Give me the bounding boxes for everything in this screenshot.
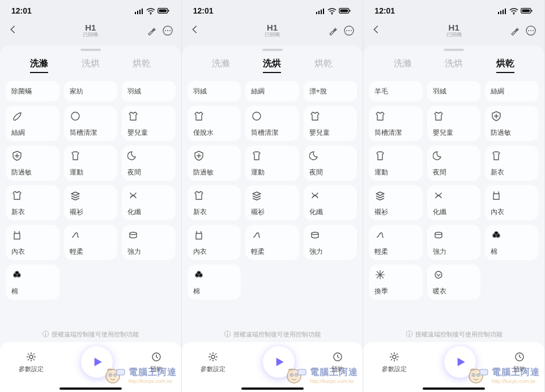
tab-dry[interactable]: 烘乾	[314, 58, 333, 73]
mode-label: 棉	[11, 287, 54, 296]
tank-icon	[491, 190, 502, 201]
mode-option[interactable]: 羽絨	[427, 81, 481, 101]
mode-option[interactable]: 夜間	[304, 146, 357, 181]
mode-label: 棉	[193, 287, 236, 296]
mode-option[interactable]: 絲綢	[6, 106, 59, 141]
tab-wash[interactable]: 洗滌	[30, 58, 48, 73]
mode-option[interactable]: 內衣	[188, 225, 241, 260]
mode-option[interactable]: 筒槽清潔	[369, 106, 423, 141]
play-button[interactable]	[444, 346, 476, 378]
mode-option[interactable]: 嬰兒童	[304, 106, 357, 141]
phone-screen-3: 12:01 H1 已關機 洗滌洗烘烘乾	[363, 0, 545, 392]
tab-dry[interactable]: 烘乾	[133, 58, 151, 73]
mode-option[interactable]: 運動	[369, 146, 423, 181]
mode-option[interactable]: 強力	[427, 225, 481, 260]
mode-option[interactable]: 輕柔	[369, 225, 423, 260]
shield-icon	[491, 110, 502, 122]
mode-option[interactable]: 棉	[188, 265, 241, 300]
mode-option[interactable]: 僅脫水	[188, 106, 241, 141]
mode-option[interactable]: 羊毛	[369, 81, 423, 101]
tee-icon	[491, 150, 502, 161]
mode-grid: 羽絨絲綢漂+脫 僅脫水 筒槽清潔 嬰兒童 防過敏 運動	[182, 79, 363, 300]
status-bar: 12:01	[182, 0, 363, 18]
tab-wash[interactable]: 洗滌	[394, 58, 412, 73]
mode-option[interactable]: 防過敏	[188, 146, 241, 181]
mode-option[interactable]: 筒槽清潔	[245, 106, 299, 141]
mode-option[interactable]: 運動	[64, 146, 118, 181]
mode-option[interactable]: 強力	[122, 225, 176, 260]
params-button[interactable]: 參數設定	[201, 351, 225, 373]
mode-option[interactable]: 夜間	[122, 146, 176, 181]
mode-option[interactable]: 暖衣	[427, 265, 481, 300]
mode-option[interactable]: 換季	[369, 265, 423, 300]
layers-icon	[251, 190, 262, 201]
play-button[interactable]	[81, 346, 113, 378]
params-button[interactable]: 參數設定	[382, 351, 407, 373]
mode-option[interactable]: 輕柔	[245, 225, 299, 260]
more-button[interactable]	[162, 25, 173, 36]
tab-dry[interactable]: 烘乾	[496, 58, 514, 73]
mode-option[interactable]: 襯衫	[64, 185, 118, 220]
mode-sheet: 洗滌洗烘烘乾 除菌蟎家紡羽絨 絲綢 筒槽清潔 嬰兒童 防過敏	[0, 45, 181, 392]
mode-option[interactable]: 新衣	[485, 146, 539, 181]
mode-option[interactable]: 內衣	[485, 185, 539, 220]
mode-label: 筒槽清潔	[70, 128, 112, 138]
shirt-icon	[433, 110, 444, 122]
mode-option[interactable]: 夜間	[427, 146, 481, 181]
mode-option[interactable]: 化纖	[304, 185, 357, 220]
params-button[interactable]: 參數設定	[19, 351, 44, 373]
mode-label: 筒槽清潔	[251, 128, 293, 138]
mode-option[interactable]: 輕柔	[64, 225, 118, 260]
mode-option[interactable]: 運動	[245, 146, 299, 181]
mode-option[interactable]: 羽絨	[122, 81, 176, 101]
footer-bar: 參數設定 預約	[0, 342, 181, 392]
mode-option[interactable]: 防過敏	[485, 106, 539, 141]
mode-label: 嬰兒童	[127, 128, 170, 138]
mode-option[interactable]: 新衣	[188, 185, 241, 220]
tab-washdry[interactable]: 洗烘	[263, 58, 281, 73]
mode-option[interactable]: 漂+脫	[304, 81, 357, 101]
mode-sheet: 洗滌洗烘烘乾 羽絨絲綢漂+脫 僅脫水 筒槽清潔 嬰兒童 防過敏	[182, 45, 363, 392]
info-icon	[42, 330, 49, 339]
tab-wash[interactable]: 洗滌	[212, 58, 230, 73]
mode-option[interactable]: 內衣	[6, 225, 59, 260]
more-button[interactable]	[343, 25, 355, 36]
strong-icon	[433, 229, 444, 241]
mode-option[interactable]: 絲綢	[485, 81, 539, 101]
mode-option[interactable]: 除菌蟎	[6, 81, 59, 101]
mode-option[interactable]: 防過敏	[6, 146, 59, 181]
season-icon	[374, 269, 386, 280]
mode-option[interactable]: 棉	[6, 265, 59, 300]
mode-label: 僅脫水	[193, 128, 236, 138]
schedule-button[interactable]: 預約	[331, 351, 344, 373]
schedule-button[interactable]: 預約	[150, 351, 163, 373]
more-button[interactable]	[525, 25, 537, 36]
fiber-icon	[309, 190, 321, 201]
mode-option[interactable]: 化纖	[427, 185, 481, 220]
play-button[interactable]	[263, 346, 295, 378]
schedule-button[interactable]: 預約	[513, 351, 526, 373]
night-icon	[127, 150, 139, 161]
mode-option[interactable]: 襯衫	[245, 185, 299, 220]
settings-wrench-button[interactable]	[327, 25, 339, 36]
mode-option[interactable]: 嬰兒童	[122, 106, 176, 141]
mode-option[interactable]: 襯衫	[369, 185, 423, 220]
settings-wrench-button[interactable]	[509, 25, 521, 36]
tab-washdry[interactable]: 洗烘	[82, 58, 100, 73]
mode-option[interactable]: 筒槽清潔	[64, 106, 118, 141]
mode-option[interactable]: 棉	[485, 225, 539, 260]
mode-label: 運動	[251, 168, 293, 177]
mode-option[interactable]: 家紡	[64, 81, 118, 101]
mode-option[interactable]: 強力	[304, 225, 357, 260]
mode-option[interactable]: 絲綢	[245, 81, 299, 101]
mode-option[interactable]: 化纖	[122, 185, 176, 220]
night-icon	[309, 150, 321, 161]
footer-bar: 參數設定 預約	[182, 342, 363, 392]
mode-option[interactable]: 新衣	[6, 185, 59, 220]
tab-washdry[interactable]: 洗烘	[445, 58, 463, 73]
settings-wrench-button[interactable]	[146, 25, 157, 36]
gear-icon	[382, 351, 407, 364]
soft-icon	[251, 229, 262, 241]
mode-option[interactable]: 羽絨	[188, 81, 241, 101]
mode-option[interactable]: 嬰兒童	[427, 106, 481, 141]
